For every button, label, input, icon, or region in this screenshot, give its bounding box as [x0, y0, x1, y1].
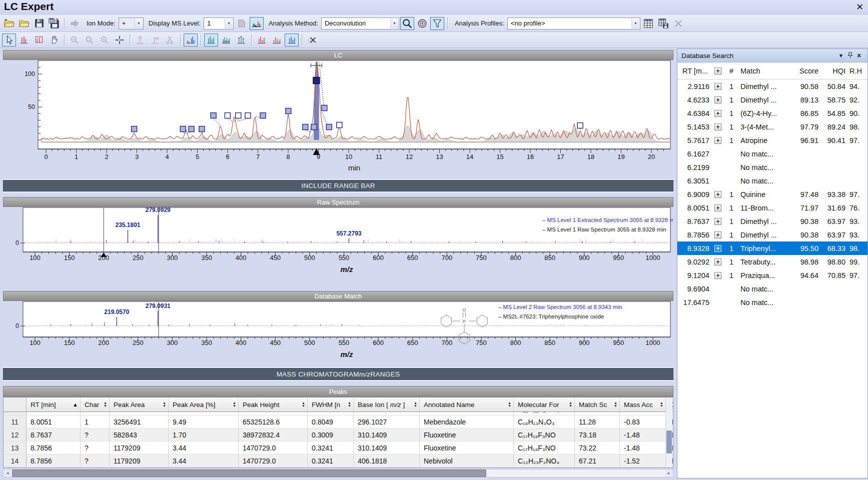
peak-marker[interactable]: [236, 113, 241, 118]
table-row[interactable]: 118.0051132564919.4965325128.60.8049296.…: [4, 416, 673, 428]
expand-icon[interactable]: +: [714, 96, 721, 104]
expand-icon[interactable]: +: [714, 218, 721, 225]
db-search-row[interactable]: 8.7856+1Dimethyl ...90.3863.9793.: [677, 228, 867, 242]
db-search-row[interactable]: 4.6384+1(6Z)-4-Hy...86.8554.8590.: [677, 106, 867, 120]
peak-marker[interactable]: [199, 126, 205, 132]
column-header-number[interactable]: #: [725, 67, 737, 75]
peak-marker[interactable]: [225, 113, 230, 118]
db-search-row[interactable]: 6.2199No matc...: [677, 160, 867, 174]
column-header-area_pct[interactable]: Peak Area [%]▲▼: [169, 398, 239, 412]
table-row-clipped[interactable]: 10C₂₂H₂₅F₂NO₄: [4, 412, 673, 416]
database-match-plot[interactable]: 219.0570279.0931100150200250300350400450…: [3, 301, 673, 366]
scrollbar-thumb[interactable]: [666, 430, 672, 454]
analysis-method-select[interactable]: Deconvolution ▼: [321, 18, 399, 30]
panel-close-icon[interactable]: ×: [854, 52, 863, 60]
raw-spectrum-plot[interactable]: 235.1801279.0929557.27931001502002503003…: [3, 207, 673, 282]
profile-display-tool[interactable]: [219, 34, 233, 46]
overlay-spectra-tool[interactable]: [184, 34, 198, 46]
peak-marker[interactable]: [260, 113, 266, 118]
zoom-box-tool[interactable]: [83, 34, 97, 46]
peak-marker[interactable]: [326, 124, 332, 130]
clear-results-button[interactable]: [671, 17, 685, 30]
peak-marker[interactable]: [337, 122, 342, 128]
bpc-display-tool[interactable]: [285, 34, 299, 46]
expand-icon[interactable]: +: [714, 245, 721, 252]
db-search-row[interactable]: 8.7637+1Dimethyl ...90.3863.9793.: [677, 214, 867, 228]
apply-method-button[interactable]: [68, 17, 82, 30]
column-header-rh[interactable]: R.H: [845, 67, 867, 75]
peak-marker[interactable]: [132, 126, 137, 132]
clear-overlays-tool[interactable]: [305, 34, 319, 46]
results-table-button[interactable]: [641, 17, 655, 30]
open-data-button[interactable]: [17, 17, 31, 30]
peak-marker[interactable]: [211, 113, 216, 118]
scroll-right-arrow[interactable]: ►: [665, 470, 673, 477]
column-header-expand[interactable]: +: [710, 68, 725, 74]
table-row[interactable]: 138.7856?11792093.441470729.00.3241310.1…: [4, 442, 673, 454]
column-header-name[interactable]: Annotated Name▲▼: [420, 398, 514, 412]
lc-chromatogram-plot[interactable]: 5010001234567891011121314151617181920min: [3, 60, 673, 178]
scroll-left-arrow[interactable]: ◄: [4, 470, 12, 477]
column-header-charge[interactable]: Char▲▼: [81, 398, 110, 412]
peaks-vertical-scrollbar[interactable]: [666, 398, 672, 468]
ion-mode-select[interactable]: + ▼: [119, 18, 144, 30]
column-header-hqi[interactable]: HQI: [818, 67, 845, 75]
target-search-button[interactable]: [415, 17, 429, 30]
save-results-button[interactable]: [47, 17, 61, 30]
analysis-profiles-select[interactable]: <no profile> ▼: [507, 18, 640, 30]
column-header-formula[interactable]: Molecular For▲▼: [514, 398, 575, 412]
centroid-display-tool[interactable]: [234, 34, 248, 46]
time-cursor-triangle[interactable]: [313, 148, 320, 155]
column-header-rt[interactable]: RT [min]▲: [27, 398, 81, 412]
filter-button[interactable]: [430, 17, 444, 30]
peak-marker[interactable]: [311, 124, 317, 130]
column-header-fwhm[interactable]: FWHM [n▲▼: [308, 398, 354, 412]
column-header-base_ion[interactable]: Base Ion [m/z]▲▼: [354, 398, 420, 412]
db-search-row[interactable]: 6.9009+1Quinine97.4893.3897.: [677, 188, 867, 201]
expand-icon[interactable]: +: [714, 204, 721, 212]
db-search-row[interactable]: 9.1204+1Praziqua...94.6470.8597.: [677, 268, 867, 282]
column-header-area[interactable]: Peak Area▲▼: [110, 398, 169, 412]
expand-icon[interactable]: +: [714, 191, 721, 198]
db-search-row[interactable]: 6.3051No matc...: [677, 174, 867, 188]
db-search-row[interactable]: 6.1627No matc...: [677, 147, 867, 160]
peak-pick-tool[interactable]: [17, 34, 31, 46]
peak-marker[interactable]: [245, 113, 251, 118]
column-header-match[interactable]: Match Sc▲▼: [575, 398, 620, 412]
column-header-rownum[interactable]: [4, 398, 27, 412]
expand-icon[interactable]: +: [714, 137, 721, 144]
peak-marker[interactable]: [577, 123, 583, 128]
crosshair-tool[interactable]: [113, 34, 127, 46]
db-search-row[interactable]: 2.9116+1Dimethyl ...90.5850.8494.: [677, 80, 867, 93]
column-header-score[interactable]: Score: [788, 67, 818, 75]
db-search-row[interactable]: 9.6904No matc...: [677, 282, 867, 296]
pin-icon[interactable]: [845, 52, 854, 60]
db-search-row[interactable]: 8.0051+111-Brom...71.9731.6976.: [677, 201, 867, 214]
zoom-reset-tool[interactable]: A: [98, 34, 112, 46]
peaks-horizontal-scrollbar[interactable]: ◄ ►: [3, 469, 673, 478]
expand-icon[interactable]: +: [714, 272, 721, 279]
peak-marker[interactable]: [322, 106, 327, 111]
expand-icon[interactable]: +: [714, 83, 721, 90]
db-search-row[interactable]: 4.6233+1Dimethyl ...89.1358.7592.: [677, 93, 867, 106]
peak-add-tool[interactable]: [133, 34, 147, 46]
reprocess-button[interactable]: [235, 17, 249, 30]
open-method-button[interactable]: [2, 17, 16, 30]
panel-menu-icon[interactable]: ▼: [836, 52, 845, 58]
peak-marker[interactable]: [286, 108, 291, 114]
ms-level-select[interactable]: 1 ▼: [204, 18, 234, 30]
export-table-button[interactable]: [656, 17, 670, 30]
expand-icon[interactable]: +: [714, 110, 721, 117]
table-row[interactable]: 148.7856?11792093.441470729.00.3241406.1…: [4, 454, 673, 468]
pan-tool[interactable]: [47, 34, 61, 46]
pointer-tool[interactable]: [2, 34, 16, 46]
peak-marker[interactable]: [180, 126, 186, 132]
show-peaks-toggle[interactable]: [250, 17, 264, 30]
expand-all-icon[interactable]: +: [714, 68, 721, 74]
tic-display-tool[interactable]: [270, 34, 284, 46]
column-header-height[interactable]: Peak Height▲▼: [239, 398, 308, 412]
column-header-rt[interactable]: RT [m...: [677, 67, 710, 75]
region-select-tool[interactable]: [32, 34, 46, 46]
column-header-m_acc[interactable]: Mass Acc▲▼: [620, 398, 666, 412]
peak-adjust-tool[interactable]: [148, 34, 162, 46]
